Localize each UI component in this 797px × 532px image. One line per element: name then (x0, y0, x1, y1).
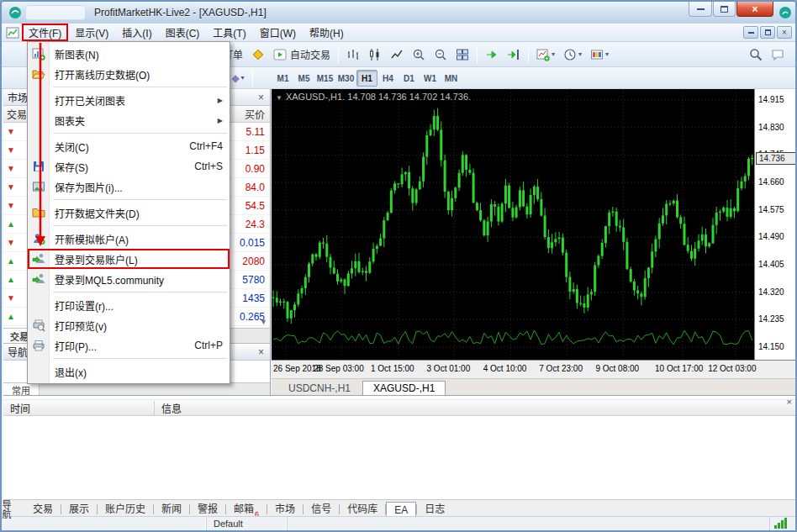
market-watch-close-icon[interactable]: × (256, 92, 266, 103)
window-title: ProfitMarketHK-Live2 - [XAGUSD-,H1] (94, 7, 267, 18)
close-button[interactable]: × (736, 2, 773, 17)
navigator-tab-common[interactable]: 常用 (3, 383, 40, 396)
menubar-item[interactable]: 帮助(H) (303, 24, 351, 41)
auto-trading-button[interactable]: 自动交易 (270, 45, 334, 64)
zoom-out-icon (434, 48, 447, 61)
price-tick: 14.660 (758, 177, 784, 187)
menu-item-label: 打印预览(v) (55, 319, 107, 333)
timeframe-button-d1[interactable]: D1 (398, 70, 420, 87)
tick-down-icon: ▼ (3, 201, 18, 210)
terminal-tab-邮箱[interactable]: 邮箱6 (226, 502, 267, 517)
tick-down-icon: ▼ (3, 127, 18, 136)
shapes-dropdown[interactable]: ◆ ▾ (228, 69, 248, 87)
menubar-item[interactable]: 工具(T) (206, 24, 252, 41)
terminal-tab-账户历史[interactable]: 账户历史 (98, 502, 153, 517)
printer-icon (30, 339, 47, 352)
mdi-restore-button[interactable] (760, 26, 775, 39)
save-image-icon (30, 180, 47, 193)
price-axis[interactable]: 14.91514.83014.74514.66014.57514.49014.4… (754, 89, 797, 360)
chart-tab[interactable]: XAGUSD-,H1 (362, 381, 446, 395)
menu-item-label: 登录到交易账户(L) (55, 252, 138, 266)
zoom-out-button[interactable] (430, 45, 451, 64)
file-menu-item[interactable]: 打印(P)...Ctrl+P (28, 335, 230, 356)
file-menu-item[interactable]: 关闭(C)Ctrl+F4 (28, 136, 230, 156)
chart-tab[interactable]: USDCNH-,H1 (278, 382, 361, 395)
line-chart-icon (390, 48, 404, 61)
toolbar-separator (477, 46, 478, 63)
file-menu-item[interactable]: 打开已关闭图表▶ (28, 90, 230, 110)
file-menu-item[interactable]: 保存(S)Ctrl+S (28, 156, 230, 176)
timeframe-button-m15[interactable]: M15 (314, 70, 335, 87)
metaeditor-button[interactable] (248, 45, 268, 64)
zoom-in-button[interactable] (409, 45, 429, 64)
timeframe-button-mn[interactable]: MN (441, 70, 462, 87)
timeframe-button-m5[interactable]: M5 (293, 70, 314, 87)
menu-separator (53, 199, 227, 200)
terminal-tab-信号[interactable]: 信号 (303, 502, 339, 517)
menubar-item[interactable]: 窗口(W) (253, 24, 303, 41)
date-axis[interactable]: 26 Sep 201828 Sep 03:001 Oct 15:003 Oct … (272, 360, 797, 378)
timeframe-button-w1[interactable]: W1 (420, 70, 441, 87)
docked-navigator-label[interactable]: 导航 (2, 493, 13, 525)
menubar-item[interactable]: 文件(F) (22, 24, 68, 41)
timeframe-button-h4[interactable]: H4 (377, 70, 398, 87)
indicators-dropdown[interactable]: ▾ (533, 45, 558, 64)
maximize-button[interactable] (713, 2, 736, 17)
auto-scroll-button[interactable] (482, 45, 502, 64)
menubar-item[interactable]: 显示(V) (68, 24, 115, 41)
file-menu-item[interactable]: 新图表(N) (28, 44, 230, 64)
timeframe-button-h1[interactable]: H1 (356, 70, 377, 87)
terminal-close-icon[interactable]: × (787, 397, 792, 407)
terminal-tab-交易[interactable]: 交易 (25, 502, 61, 517)
file-menu-item[interactable]: 登录到交易账户(L) (28, 249, 230, 269)
navigator-close-icon[interactable]: × (256, 347, 266, 357)
chart-shift-button[interactable] (504, 45, 524, 64)
terminal-tab-日志[interactable]: 日志 (417, 502, 452, 517)
chart-dropdown-icon[interactable]: ▼ (276, 94, 282, 102)
file-menu-item[interactable]: 登录到MQL5.community (28, 269, 230, 289)
file-menu-item[interactable]: 退出(x) (28, 361, 230, 382)
tick-down-icon: ▼ (3, 293, 18, 303)
timeframe-button-m30[interactable]: M30 (335, 70, 356, 87)
file-menu-item[interactable]: 打印设置(r)... (28, 295, 230, 315)
periods-dropdown[interactable]: ▾ (560, 45, 585, 64)
terminal-tab-展示[interactable]: 展示 (61, 502, 97, 517)
candlestick-chart-icon (368, 48, 382, 61)
terminal-tab-代码库[interactable]: 代码库 (340, 502, 385, 517)
file-menu-item[interactable]: 打开数据文件夹(D) (28, 203, 230, 223)
mdi-close-button[interactable]: × (777, 26, 792, 39)
menubar-item[interactable]: 插入(I) (115, 24, 158, 41)
status-profile-cell[interactable]: Default (207, 517, 288, 530)
file-menu-item[interactable]: 开新模拟帐户(A) (28, 229, 230, 249)
date-tick: 3 Oct 01:00 (427, 364, 471, 373)
terminal-tab-警报[interactable]: 警报 (190, 502, 225, 517)
chart-plot-area[interactable]: ▼XAGUSD-,H1. 14.708 14.736 14.702 14.736… (272, 89, 754, 360)
terminal-tab-市场[interactable]: 市场 (267, 502, 303, 517)
mdi-minimize-button[interactable] (743, 26, 758, 39)
terminal-tab-EA[interactable]: EA (386, 502, 416, 517)
app-icon (8, 6, 22, 19)
column-time[interactable]: 时间 (3, 401, 155, 415)
date-tick: 9 Oct 08:00 (595, 364, 639, 373)
file-menu-item[interactable]: 图表夹▶ (28, 110, 230, 130)
search-button[interactable] (746, 45, 766, 64)
chat-button[interactable] (768, 45, 788, 64)
scroll-down-icon[interactable]: ▼ (260, 318, 267, 326)
tick-down-icon: ▼ (3, 164, 18, 173)
file-menu-item[interactable]: 保存为图片(i)... (28, 176, 230, 197)
column-message[interactable]: 信息 (155, 401, 797, 415)
line-chart-button[interactable] (387, 45, 407, 64)
bar-chart-button[interactable] (343, 45, 363, 64)
timeframe-button-m1[interactable]: M1 (272, 70, 293, 87)
file-menu-item[interactable]: 打印预览(v) (28, 315, 230, 335)
menu-item-label: 保存为图片(i)... (55, 180, 123, 194)
minimize-button[interactable] (689, 2, 712, 17)
menubar-item[interactable]: 图表(C) (159, 24, 207, 41)
terminal-tab-新闻[interactable]: 新闻 (154, 502, 189, 517)
tile-windows-button[interactable] (452, 45, 472, 64)
file-menu-item[interactable]: 打开离线历史数据(O) (28, 64, 230, 84)
candlestick-chart-button[interactable] (365, 45, 385, 64)
templates-dropdown[interactable]: ▾ (587, 45, 612, 64)
menu-item-shortcut: Ctrl+S (194, 161, 223, 172)
timeframe-toolbar: M1M5M15M30H1H4D1W1MN (272, 70, 462, 87)
